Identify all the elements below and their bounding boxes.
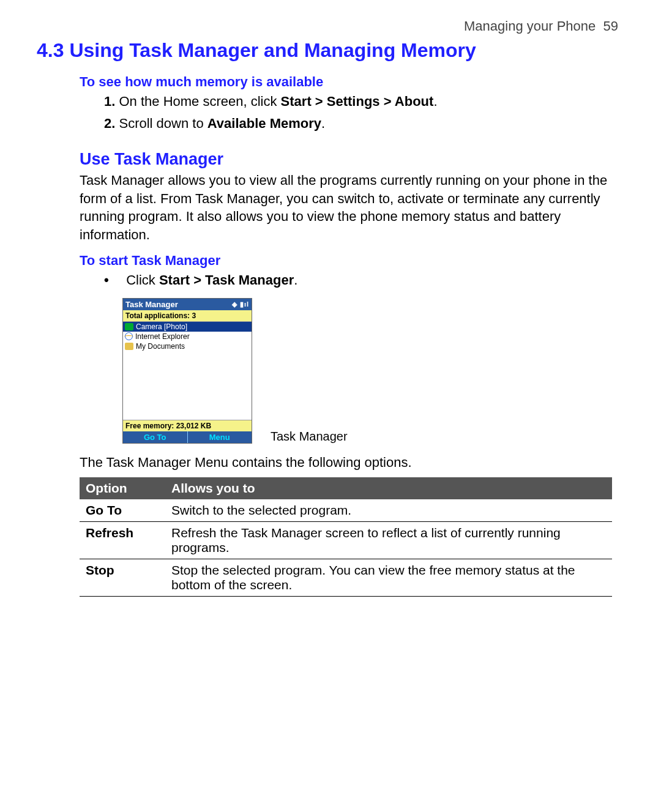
- step-bold: Start > Settings > About: [281, 94, 434, 109]
- phone-softkeys: Go To Menu: [123, 431, 252, 443]
- td-desc: Stop the selected program. You can view …: [165, 559, 612, 597]
- step-post: .: [433, 94, 437, 109]
- page: Managing your Phone 59 4.3 Using Task Ma…: [0, 0, 661, 633]
- heading-check-memory: To see how much memory is available: [80, 74, 624, 90]
- section-title: 4.3 Using Task Manager and Managing Memo…: [37, 39, 624, 62]
- phone-screenshot: Task Manager ◈ ▮ıl Total applications: 3…: [122, 298, 252, 444]
- figure-task-manager: Task Manager ◈ ▮ıl Total applications: 3…: [122, 298, 624, 444]
- heading-use-task-manager: Use Task Manager: [80, 150, 624, 169]
- step-post: .: [321, 116, 325, 131]
- td-desc: Refresh the Task Manager screen to refle…: [165, 522, 612, 559]
- phone-app-mydocs: My Documents: [123, 341, 252, 351]
- phone-softkey-left: Go To: [123, 431, 188, 443]
- phone-softkey-right: Menu: [188, 431, 252, 443]
- bullet-pre: Click: [126, 272, 159, 288]
- td-option: Go To: [80, 499, 165, 522]
- figure-caption: Task Manager: [271, 430, 348, 444]
- phone-titlebar: Task Manager ◈ ▮ıl: [123, 299, 252, 310]
- step-2: 2. Scroll down to Available Memory.: [104, 116, 624, 132]
- running-header: Managing your Phone 59: [37, 18, 624, 34]
- page-number: 59: [603, 18, 618, 34]
- paragraph-use-task-manager: Task Manager allows you to view all the …: [80, 171, 612, 244]
- heading-start-task-manager: To start Task Manager: [80, 253, 624, 269]
- th-option: Option: [80, 477, 165, 499]
- bullet-start-tm: Click Start > Task Manager.: [104, 272, 624, 288]
- phone-title-text: Task Manager: [125, 300, 178, 309]
- step-bold: Available Memory: [207, 116, 321, 131]
- step-text: On the Home screen, click: [119, 94, 280, 109]
- step-number: 2.: [104, 116, 115, 131]
- phone-status-icons: ◈ ▮ıl: [232, 300, 249, 308]
- phone-app-label: Internet Explorer: [135, 332, 190, 341]
- phone-app-ie: Internet Explorer: [123, 332, 252, 341]
- bullets-start-task-manager: Click Start > Task Manager.: [104, 272, 624, 288]
- phone-app-label: My Documents: [136, 342, 185, 351]
- phone-app-camera: Camera [Photo]: [123, 322, 252, 332]
- camera-icon: [125, 323, 133, 330]
- step-number: 1.: [104, 94, 115, 109]
- td-option: Refresh: [80, 522, 165, 559]
- table-row: Refresh Refresh the Task Manager screen …: [80, 522, 612, 559]
- paragraph-menu-intro: The Task Manager Menu contains the follo…: [80, 453, 612, 472]
- phone-app-label: Camera [Photo]: [136, 322, 187, 331]
- th-allows: Allows you to: [165, 477, 612, 499]
- phone-total-apps: Total applications: 3: [123, 310, 252, 322]
- bullet-bold: Start > Task Manager: [159, 272, 294, 288]
- phone-app-list: Camera [Photo] Internet Explorer My Docu…: [123, 322, 252, 420]
- table-head-row: Option Allows you to: [80, 477, 612, 499]
- options-table: Option Allows you to Go To Switch to the…: [80, 477, 612, 597]
- step-text: Scroll down to: [119, 116, 207, 131]
- step-1: 1. On the Home screen, click Start > Set…: [104, 94, 624, 110]
- bullet-post: .: [294, 272, 297, 288]
- steps-check-memory: 1. On the Home screen, click Start > Set…: [104, 94, 624, 132]
- folder-icon: [125, 343, 133, 350]
- table-row: Go To Switch to the selected program.: [80, 499, 612, 522]
- ie-icon: [125, 332, 133, 340]
- table-row: Stop Stop the selected program. You can …: [80, 559, 612, 597]
- phone-free-memory: Free memory: 23,012 KB: [123, 420, 252, 431]
- chapter-name: Managing your Phone: [464, 18, 596, 34]
- td-option: Stop: [80, 559, 165, 597]
- td-desc: Switch to the selected program.: [165, 499, 612, 522]
